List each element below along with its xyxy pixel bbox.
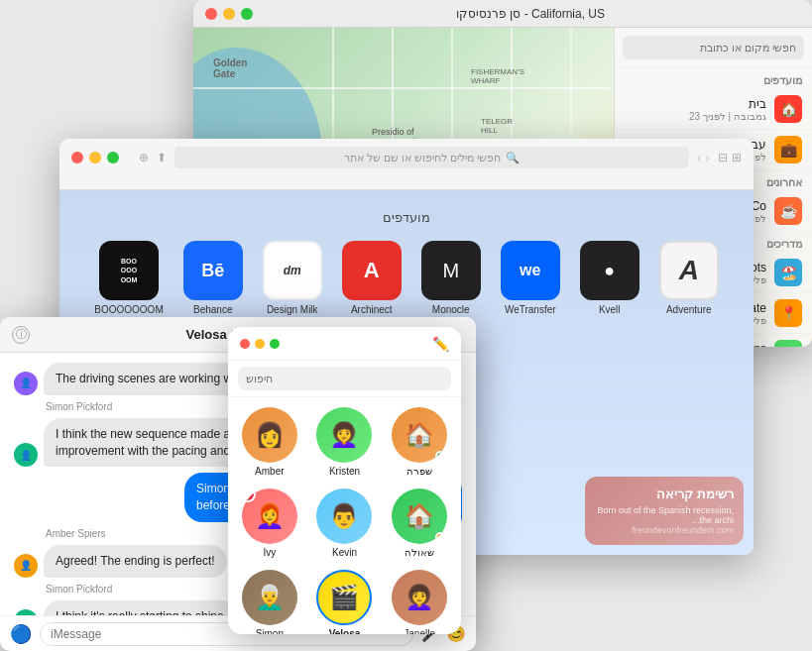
adventure-label: Adventure [666, 304, 712, 315]
map-label-golden-gate: GoldenGate [213, 57, 247, 79]
contact-avatar-simon: 👨‍🦳 [242, 570, 297, 625]
contacts-compose-icon[interactable]: ✏️ [432, 336, 449, 352]
map-label-telegraph: TELEGRHILL [481, 117, 513, 135]
archinect-label: Archinect [351, 304, 393, 315]
safari-titlebar: ⊕ ⬆ 🔍 חפשי מילים לחיפוש או שם של אתר ‹ ›… [59, 139, 754, 190]
maps-title: California, US - סן פרנסיסקו [456, 7, 605, 21]
safari-search-icon: 🔍 [506, 152, 520, 164]
boooooom-label: BOOOOOOOM [94, 304, 163, 315]
safari-favorites-title: מועדפים [79, 210, 734, 225]
safari-app-monocle[interactable]: M Monocle [421, 241, 481, 315]
ivy-heart-badge: ❤️ [242, 488, 256, 502]
contact-name-velosa: Velosa Studio [313, 628, 377, 634]
safari-app-designmilk[interactable]: dm Design Milk [263, 241, 322, 315]
safari-share-icon: ⬆ [157, 151, 167, 164]
contact-item-amber[interactable]: 👩 Amber [238, 407, 301, 477]
contact-name-kevin: Kevin [332, 547, 357, 558]
contact-item-ivy[interactable]: 👩‍🦰 ❤️ Ivy [238, 488, 301, 558]
monocle-label: Monocle [432, 304, 470, 315]
safari-fullscreen-button[interactable] [107, 152, 119, 163]
contacts-fullscreen-button[interactable] [270, 339, 280, 349]
safari-minimize-button[interactable] [89, 152, 101, 163]
designmilk-label: Design Milk [267, 304, 318, 315]
home-icon: 🏠 [774, 95, 802, 123]
contact-item-janelle[interactable]: 👩‍🦱 Janelle [388, 570, 451, 634]
messages-apps-icon[interactable]: 🔵 [10, 623, 32, 645]
safari-view-buttons: ⊟ ⊞ [718, 151, 742, 164]
behance-icon: Bē [183, 241, 243, 300]
contact-name-shapora: שפרה [406, 466, 432, 477]
contact-avatar-amber: 👩 [242, 407, 297, 463]
safari-close-button[interactable] [71, 152, 83, 163]
message-avatar: 👤 [14, 443, 38, 467]
message-bubble: Agreed! The ending is perfect! [44, 545, 227, 578]
maps-sidebar-search [615, 28, 812, 68]
contacts-titlebar: ✏️ [228, 327, 461, 361]
safari-back-button[interactable]: ‹ [697, 150, 702, 165]
contacts-minimize-button[interactable] [255, 339, 265, 349]
maps-minimize-button[interactable] [223, 8, 235, 20]
safari-app-kvell[interactable]: ● Kvell [580, 241, 639, 315]
sf-date-icon: 📍 [774, 299, 802, 327]
message-bubble: The driving scenes are working well. [44, 363, 259, 395]
contacts-close-button[interactable] [240, 339, 250, 349]
contact-avatar-janelle: 👩‍🦱 [392, 570, 447, 625]
wetransfer-icon: we [501, 241, 560, 300]
safari-app-wetransfer[interactable]: we WeTransfer [501, 241, 560, 315]
contacts-grid: 👩 Amber 👩‍🦱 Kristen 🏠 שפרה 👩‍🦰 ❤️ Ivy [228, 397, 461, 634]
contact-avatar-shapora: 🏠 [392, 407, 447, 463]
contact-avatar-ivy: 👩‍🦰 ❤️ [242, 488, 297, 544]
sidebar-item-home[interactable]: 🏠 בית גמבובה | לפניך 23 [615, 89, 812, 130]
safari-sidebar-toggle[interactable]: ⊟ [718, 151, 728, 164]
reading-title: רשימת קריאה [595, 487, 734, 501]
contact-name-janelle: Janelle [404, 628, 435, 634]
archinect-icon: A [342, 241, 402, 300]
contact-item-simon[interactable]: 👨‍🦳 Simon [238, 570, 301, 634]
contacts-window: ✏️ 👩 Amber 👩‍🦱 Kristen 🏠 שפרה [228, 327, 461, 634]
maps-close-button[interactable] [205, 8, 217, 20]
wetransfer-label: WeTransfer [505, 304, 556, 315]
map-label-fishermans: FISHERMAN'SWHARF [471, 67, 524, 85]
contact-item-shaula[interactable]: 🏠 שאולה [388, 488, 451, 558]
home-title: בית [625, 97, 766, 111]
safari-tab-icon: ⊕ [139, 151, 149, 164]
contact-avatar-velosa: 🎬 [316, 570, 372, 625]
contact-item-kristen[interactable]: 👩‍🦱 Kristen [313, 407, 377, 477]
adventure-icon: A [659, 241, 719, 300]
monocle-icon: M [421, 241, 481, 300]
safari-forward-button[interactable]: › [705, 150, 710, 165]
maps-titlebar: California, US - סן פרנסיסקו [193, 0, 812, 28]
contact-name-kristen: Kristen [329, 466, 360, 477]
maps-traffic-lights [205, 8, 253, 20]
reading-content: Born out of the Spanish recession, the a… [595, 505, 734, 535]
home-subtitle: גמבובה | לפניך 23 [625, 111, 766, 122]
work-icon: 💼 [774, 136, 802, 163]
contact-name-amber: Amber [255, 466, 284, 477]
contact-item-shapora[interactable]: 🏠 שפרה [388, 407, 451, 477]
safari-app-archinect[interactable]: A Archinect [342, 241, 402, 315]
contact-avatar-kristen: 👩‍🦱 [316, 407, 372, 463]
boooooom-icon: BOOOOOOOM [99, 241, 159, 300]
contact-item-kevin[interactable]: 👨 Kevin [313, 488, 377, 558]
contact-item-velosa-studio[interactable]: 🎬 Velosa Studio [313, 570, 377, 634]
maps-search-input[interactable] [623, 36, 804, 59]
reading-panel: רשימת קריאה Born out of the Spanish rece… [585, 477, 744, 545]
safari-traffic-lights [71, 152, 119, 163]
maps-fullscreen-button[interactable] [241, 8, 253, 20]
kvell-label: Kvell [599, 304, 621, 315]
behance-label: Behance [193, 304, 232, 315]
message-avatar: 👤 [14, 372, 38, 395]
safari-address-bar[interactable]: 🔍 חפשי מילים לחיפוש או שם של אתר [174, 147, 689, 168]
maps-favorites-section: מועדפים [615, 68, 812, 89]
contacts-search-input[interactable] [238, 367, 451, 390]
message-avatar: 👤 [14, 554, 38, 578]
contact-avatar-kevin: 👨 [316, 488, 372, 544]
safari-app-behance[interactable]: Bē Behance [183, 241, 243, 315]
messages-info-button[interactable]: ⓘ [12, 326, 30, 344]
safari-app-adventure[interactable]: A Adventure [659, 241, 719, 315]
contact-name-simon: Simon [256, 628, 284, 634]
safari-tab-overview[interactable]: ⊞ [732, 151, 742, 164]
safari-app-boooooom[interactable]: BOOOOOOOM BOOOOOOOM [94, 241, 163, 315]
contact-status-shaula [435, 532, 445, 542]
designmilk-icon: dm [263, 241, 322, 300]
